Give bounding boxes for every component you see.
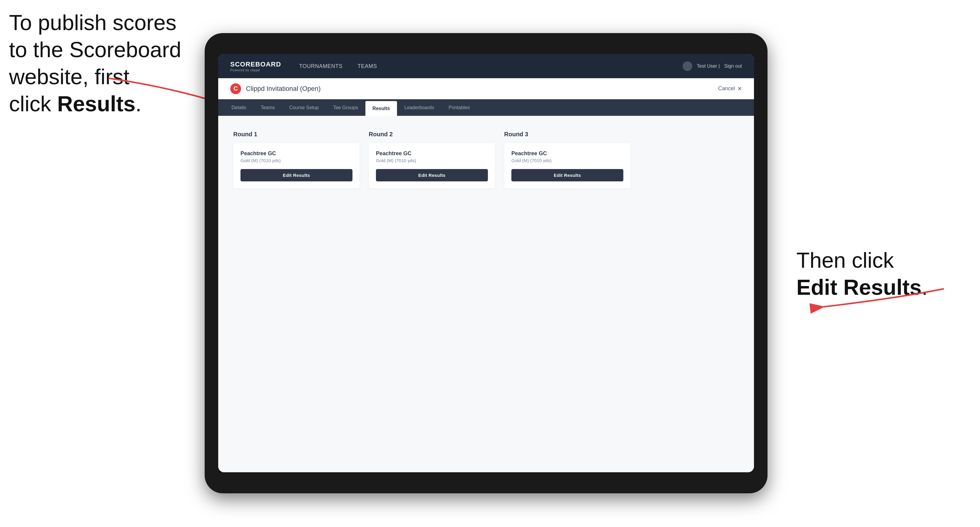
tab-printables[interactable]: Printables xyxy=(441,99,477,116)
round-1-card: Peachtree GC Gold (M) (7010 yds) Edit Re… xyxy=(233,143,360,189)
round-3-column: Round 3 Peachtree GC Gold (M) (7010 yds)… xyxy=(504,131,630,189)
round-2-card: Peachtree GC Gold (M) (7010 yds) Edit Re… xyxy=(369,143,495,189)
round-3-detail: Gold (M) (7010 yds) xyxy=(511,158,623,163)
scoreboard-logo: SCOREBOARD Powered by clippd xyxy=(230,60,281,72)
tab-tee-groups[interactable]: Tee Groups xyxy=(326,99,365,116)
tournament-icon: C xyxy=(230,83,241,94)
nav-right: Test User | Sign out xyxy=(682,61,742,71)
instruction-left: To publish scores to the Scoreboard webs… xyxy=(9,9,184,117)
tab-results[interactable]: Results xyxy=(365,101,397,116)
round-1-course: Peachtree GC xyxy=(240,151,352,157)
nav-tournaments[interactable]: TOURNAMENTS xyxy=(299,63,342,70)
edit-results-btn-2[interactable]: Edit Results xyxy=(376,169,488,181)
tablet-screen: SCOREBOARD Powered by clippd TOURNAMENTS… xyxy=(218,54,754,472)
close-icon: ✕ xyxy=(737,86,742,92)
round-1-column: Round 1 Peachtree GC Gold (M) (7010 yds)… xyxy=(233,131,360,189)
round-1-title: Round 1 xyxy=(233,131,360,138)
round-3-title: Round 3 xyxy=(504,131,630,138)
edit-results-btn-3[interactable]: Edit Results xyxy=(511,169,623,181)
tabs-bar: Details Teams Course Setup Tee Groups Re… xyxy=(218,99,754,116)
tab-leaderboards[interactable]: Leaderboards xyxy=(397,99,441,116)
round-2-title: Round 2 xyxy=(369,131,495,138)
tournament-name: Clippd Invitational (Open) xyxy=(246,85,718,93)
round-3-course: Peachtree GC xyxy=(511,151,623,157)
round-2-course: Peachtree GC xyxy=(376,151,488,157)
rounds-grid: Round 1 Peachtree GC Gold (M) (7010 yds)… xyxy=(233,131,739,189)
round-1-detail: Gold (M) (7010 yds) xyxy=(240,158,352,163)
tab-course-setup[interactable]: Course Setup xyxy=(282,99,326,116)
tournament-header: C Clippd Invitational (Open) Cancel ✕ xyxy=(218,78,754,99)
nav-items: TOURNAMENTS TEAMS xyxy=(299,63,682,70)
main-content: Round 1 Peachtree GC Gold (M) (7010 yds)… xyxy=(218,116,754,472)
round-3-card: Peachtree GC Gold (M) (7010 yds) Edit Re… xyxy=(504,143,630,189)
nav-user: Test User | xyxy=(697,63,720,69)
nav-teams[interactable]: TEAMS xyxy=(358,63,377,70)
logo-text: SCOREBOARD xyxy=(230,60,281,68)
instruction-right: Then click Edit Results. xyxy=(796,247,953,301)
sign-out-link[interactable]: Sign out xyxy=(724,63,742,69)
round-2-column: Round 2 Peachtree GC Gold (M) (7010 yds)… xyxy=(369,131,495,189)
logo-sub: Powered by clippd xyxy=(230,68,281,72)
round-2-detail: Gold (M) (7010 yds) xyxy=(376,158,488,163)
tab-details[interactable]: Details xyxy=(224,99,253,116)
tablet-device: SCOREBOARD Powered by clippd TOURNAMENTS… xyxy=(205,33,767,493)
nav-bar: SCOREBOARD Powered by clippd TOURNAMENTS… xyxy=(218,54,754,78)
edit-results-btn-1[interactable]: Edit Results xyxy=(240,169,352,181)
tab-teams[interactable]: Teams xyxy=(253,99,282,116)
user-avatar xyxy=(682,61,692,71)
cancel-button[interactable]: Cancel ✕ xyxy=(718,86,742,92)
